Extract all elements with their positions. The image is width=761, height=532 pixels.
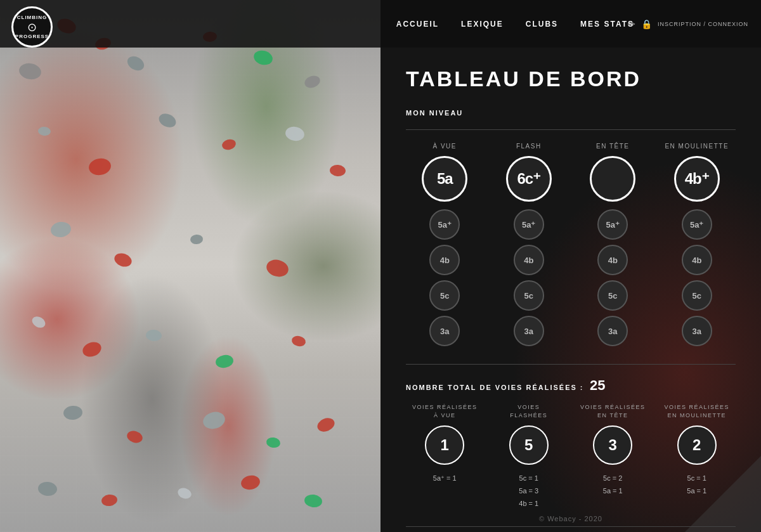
stat-label-flashees: VOIESFLASHÉES (510, 403, 547, 419)
stat-label-tete: VOIES RÉALISÉESEN TÊTE (580, 403, 646, 419)
sub-grade-en-tete-2: 5c (597, 280, 628, 311)
nav-lexique[interactable]: LEXIQUE (461, 20, 504, 29)
label-flash: FLASH (516, 143, 542, 150)
logo[interactable]: CLIMBING ⊙ PROGRESS (11, 6, 53, 48)
auth-section[interactable]: ✏ 🔒 INSCRIPTION / CONNEXION (628, 19, 748, 29)
stat-col-vue: VOIES RÉALISÉESÀ VUE 1 5a⁺ = 1 (406, 403, 484, 510)
stat-col-tete: VOIES RÉALISÉESEN TÊTE 3 5c = 2 5a = 1 (574, 403, 652, 510)
sub-grade-a-vue-1: 4b (429, 245, 460, 275)
sub-grade-a-vue-2: 5c (429, 280, 460, 311)
stat-details-tete: 5c = 2 5a = 1 (603, 472, 623, 498)
sub-grade-flash-2: 5c (514, 280, 544, 311)
sub-grade-a-vue-0: 5a⁺ (429, 209, 460, 240)
level-col-flash: FLASH 6c⁺ 5a⁺ 4b 5c (490, 143, 568, 351)
stat-details-vue: 5a⁺ = 1 (433, 472, 457, 485)
total-voies-section: NOMBRE TOTAL DE VOIES RÉALISÉES : 25 (406, 377, 736, 394)
total-label: NOMBRE TOTAL DE VOIES RÉALISÉES : (406, 384, 584, 391)
sub-grade-a-vue-3: 3a (429, 316, 460, 346)
stat-circle-moulinette: 2 (677, 425, 717, 465)
label-en-tete: EN TÊTE (596, 143, 630, 150)
climbing-wall-image (0, 0, 380, 532)
level-grid: À VUE 5a 5a⁺ 4b 5c (406, 143, 736, 351)
sub-grade-en-tete-3: 3a (597, 316, 628, 346)
stat-details-moulinette: 5c = 1 5a = 1 (687, 472, 706, 498)
page-title: TABLEAU DE BORD (406, 67, 736, 91)
main-grade-flash: 6c⁺ (506, 156, 552, 202)
stat-col-flashees: VOIESFLASHÉES 5 5c = 1 5a = 3 4b = 1 (490, 403, 568, 510)
main-grade-a-vue: 5a (422, 156, 467, 202)
main-grade-en-tete (590, 156, 635, 202)
stat-details-flashees: 5c = 1 5a = 3 4b = 1 (519, 472, 538, 510)
logo-icon: ⊙ (27, 20, 37, 34)
label-en-moulinette: EN MOULINETTE (665, 143, 729, 150)
level-col-en-moulinette: EN MOULINETTE 4b⁺ 5a⁺ 4b 5c (658, 143, 736, 351)
stats-grid: VOIES RÉALISÉESÀ VUE 1 5a⁺ = 1 VOIESFLAS… (406, 403, 736, 510)
auth-label[interactable]: INSCRIPTION / CONNEXION (658, 21, 748, 27)
sub-grade-flash-1: 4b (514, 245, 544, 275)
stat-col-moulinette: VOIES RÉALISÉESEN MOULINETTE 2 5c = 1 5a… (658, 403, 736, 510)
logo-text-bottom: PROGRESS (15, 34, 49, 39)
logo-text-top: CLIMBING (17, 15, 48, 20)
sub-grade-en-tete-0: 5a⁺ (597, 209, 628, 240)
sub-grade-en-moulinette-2: 5c (682, 280, 712, 311)
nav-mes-stats[interactable]: MES STATS (580, 20, 634, 29)
lock-icon: 🔒 (641, 19, 653, 29)
sub-grade-en-tete-1: 4b (597, 245, 628, 275)
stat-label-vue: VOIES RÉALISÉESÀ VUE (412, 403, 478, 419)
main-content: TABLEAU DE BORD MON NIVEAU À VUE 5a 5a⁺ (380, 48, 761, 532)
header-strip: CLIMBING ⊙ PROGRESS ACCUEIL LEXIQUE CLUB… (0, 0, 761, 48)
stat-circle-tete: 3 (593, 425, 632, 465)
total-value: 25 (590, 377, 605, 393)
stat-label-moulinette: VOIES RÉALISÉESEN MOULINETTE (664, 403, 729, 419)
sub-grade-en-moulinette-0: 5a⁺ (682, 209, 712, 240)
mon-niveau-section: MON NIVEAU À VUE 5a 5a⁺ 4b (406, 109, 736, 351)
nav-clubs[interactable]: CLUBS (526, 20, 558, 29)
right-panel: TABLEAU DE BORD MON NIVEAU À VUE 5a 5a⁺ (380, 0, 761, 532)
sub-grade-flash-0: 5a⁺ (514, 209, 544, 240)
sub-grade-en-moulinette-1: 4b (682, 245, 712, 275)
edit-icon: ✏ (628, 19, 636, 29)
sub-grade-en-moulinette-3: 3a (682, 316, 712, 346)
label-a-vue: À VUE (433, 143, 457, 150)
sub-grade-flash-3: 3a (514, 316, 544, 346)
mon-niveau-title: MON NIVEAU (406, 109, 736, 117)
nav-accueil[interactable]: ACCUEIL (396, 20, 439, 29)
level-col-a-vue: À VUE 5a 5a⁺ 4b 5c (406, 143, 484, 351)
stat-circle-flashees: 5 (509, 425, 549, 465)
stat-circle-vue: 1 (425, 425, 464, 465)
main-grade-en-moulinette: 4b⁺ (674, 156, 720, 202)
level-col-en-tete: EN TÊTE 5a⁺ 4b 5c (574, 143, 652, 351)
